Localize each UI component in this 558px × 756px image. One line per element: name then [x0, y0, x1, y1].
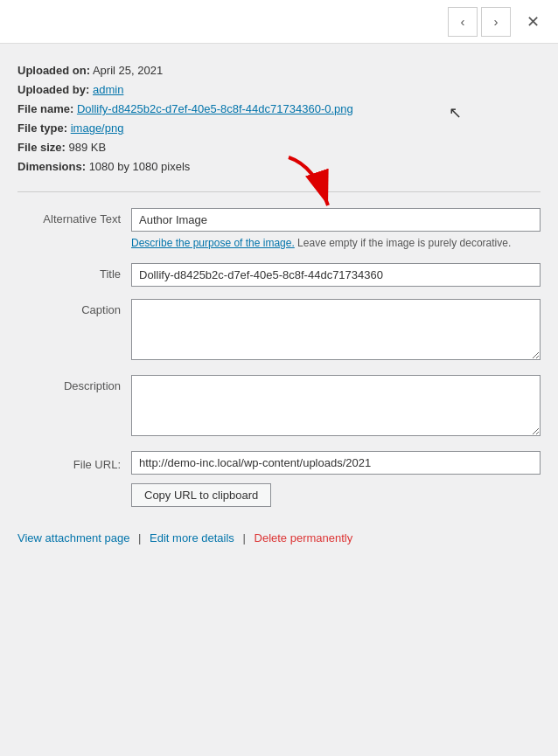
dimensions-line: Dimensions: 1080 by 1080 pixels: [17, 157, 541, 177]
alt-text-help-rest: Leave empty if the image is purely decor…: [295, 237, 511, 249]
alt-text-input[interactable]: [131, 208, 541, 232]
footer-sep-2: |: [243, 531, 246, 544]
file-size-label: File size:: [17, 141, 66, 154]
caption-textarea[interactable]: [131, 299, 541, 360]
title-row: Title: [17, 263, 541, 287]
file-size-value: 989 KB: [69, 141, 107, 154]
dimensions-value: 1080 by 1080 pixels: [89, 160, 191, 173]
alt-text-help: Describe the purpose of the image. Leave…: [131, 235, 541, 251]
file-url-row: File URL:: [17, 451, 541, 475]
close-button[interactable]: ✕: [518, 7, 548, 37]
description-textarea[interactable]: [131, 375, 541, 436]
view-attachment-link[interactable]: View attachment page: [17, 531, 129, 544]
footer-sep-1: |: [138, 531, 141, 544]
footer-links: View attachment page | Edit more details…: [17, 531, 541, 553]
uploaded-by-line: Uploaded by: admin: [17, 80, 541, 100]
edit-details-link[interactable]: Edit more details: [150, 531, 234, 544]
file-url-label: File URL:: [17, 454, 131, 471]
copy-url-button[interactable]: Copy URL to clipboard: [131, 483, 271, 507]
file-type-line: File type: image/png: [17, 119, 541, 138]
file-name-line: File name: Dollify-d8425b2c-d7ef-40e5-8c…: [17, 100, 541, 119]
delete-permanently-link[interactable]: Delete permanently: [255, 531, 353, 544]
description-control: [131, 375, 541, 439]
alt-text-control: Describe the purpose of the image. Leave…: [131, 208, 541, 251]
next-button[interactable]: ›: [481, 7, 511, 37]
alt-text-help-link[interactable]: Describe the purpose of the image.: [131, 237, 295, 249]
dimensions-label: Dimensions:: [17, 160, 86, 173]
uploaded-on-value: April 25, 2021: [93, 64, 163, 77]
description-label: Description: [17, 375, 131, 392]
title-input[interactable]: [131, 263, 541, 287]
file-url-input[interactable]: [131, 451, 541, 475]
title-control: [131, 263, 541, 287]
prev-button[interactable]: ‹: [448, 7, 478, 37]
description-row: Description: [17, 375, 541, 439]
caption-row: Caption: [17, 299, 541, 363]
media-modal: ‹ › ✕ Uploaded on: April 25, 2021 Upload…: [0, 0, 558, 756]
file-type-value[interactable]: image/png: [71, 121, 124, 135]
file-url-control: [131, 451, 541, 475]
caption-control: [131, 299, 541, 363]
alt-text-row: Alternative Text Describe the purpose of…: [17, 208, 541, 251]
main-content: Uploaded on: April 25, 2021 Uploaded by:…: [0, 44, 558, 756]
uploaded-by-label: Uploaded by:: [17, 83, 89, 96]
file-name-label: File name:: [17, 102, 73, 115]
uploaded-by-link[interactable]: admin: [93, 83, 123, 96]
top-bar: ‹ › ✕: [0, 0, 558, 44]
file-name-value[interactable]: Dollify-d8425b2c-d7ef-40e5-8c8f-44dc7173…: [77, 102, 353, 115]
divider: [17, 191, 541, 192]
caption-label: Caption: [17, 299, 131, 316]
alt-text-label: Alternative Text: [17, 208, 131, 225]
file-size-line: File size: 989 KB: [17, 138, 541, 157]
file-type-label: File type:: [17, 121, 67, 135]
uploaded-on-line: Uploaded on: April 25, 2021: [17, 61, 541, 80]
metadata-section: Uploaded on: April 25, 2021 Uploaded by:…: [17, 61, 541, 177]
uploaded-on-label: Uploaded on:: [17, 64, 90, 77]
form-section: Alternative Text Describe the purpose of…: [17, 208, 541, 507]
title-label: Title: [17, 263, 131, 281]
